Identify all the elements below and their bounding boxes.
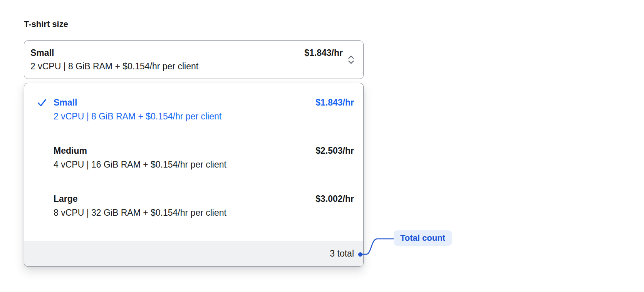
chevron-up-down-icon xyxy=(347,55,355,65)
option-large[interactable]: Large $3.002/hr 8 vCPU | 32 GiB RAM + $0… xyxy=(24,193,363,219)
option-subtitle: 4 vCPU | 16 GiB RAM + $0.154/hr per clie… xyxy=(54,159,354,171)
tshirt-size-select-widget: T-shirt size Small $1.843/hr 2 vCPU | 8 … xyxy=(24,18,364,267)
check-icon xyxy=(24,97,54,123)
option-title: Medium xyxy=(54,145,87,157)
selected-option-title: Small xyxy=(30,47,54,59)
selected-option-display: Small $1.843/hr 2 vCPU | 8 GiB RAM + $0.… xyxy=(30,47,343,72)
option-title: Small xyxy=(54,97,77,109)
selected-option-subtitle: 2 vCPU | 8 GiB RAM + $0.154/hr per clien… xyxy=(30,60,343,72)
option-medium[interactable]: Medium $2.503/hr 4 vCPU | 16 GiB RAM + $… xyxy=(24,145,363,171)
total-count: 3 total xyxy=(330,248,354,259)
selected-option-price: $1.843/hr xyxy=(304,47,343,59)
field-label: T-shirt size xyxy=(24,18,364,30)
option-subtitle: 2 vCPU | 8 GiB RAM + $0.154/hr per clien… xyxy=(54,111,354,123)
annotation-label: Total count xyxy=(394,230,452,246)
option-list: Small $1.843/hr 2 vCPU | 8 GiB RAM + $0.… xyxy=(24,83,363,219)
size-select-trigger[interactable]: Small $1.843/hr 2 vCPU | 8 GiB RAM + $0.… xyxy=(24,40,364,79)
dropdown-footer: 3 total xyxy=(24,241,363,266)
option-title: Large xyxy=(54,193,78,205)
option-price: $1.843/hr xyxy=(315,97,354,109)
option-small[interactable]: Small $1.843/hr 2 vCPU | 8 GiB RAM + $0.… xyxy=(24,97,363,123)
option-price: $3.002/hr xyxy=(315,193,354,205)
option-price: $2.503/hr xyxy=(315,145,354,157)
check-placeholder xyxy=(24,145,54,171)
size-select-dropdown: Small $1.843/hr 2 vCPU | 8 GiB RAM + $0.… xyxy=(24,83,364,267)
check-placeholder xyxy=(24,193,54,219)
annotation-connector-line xyxy=(360,234,397,258)
option-subtitle: 8 vCPU | 32 GiB RAM + $0.154/hr per clie… xyxy=(54,207,354,219)
